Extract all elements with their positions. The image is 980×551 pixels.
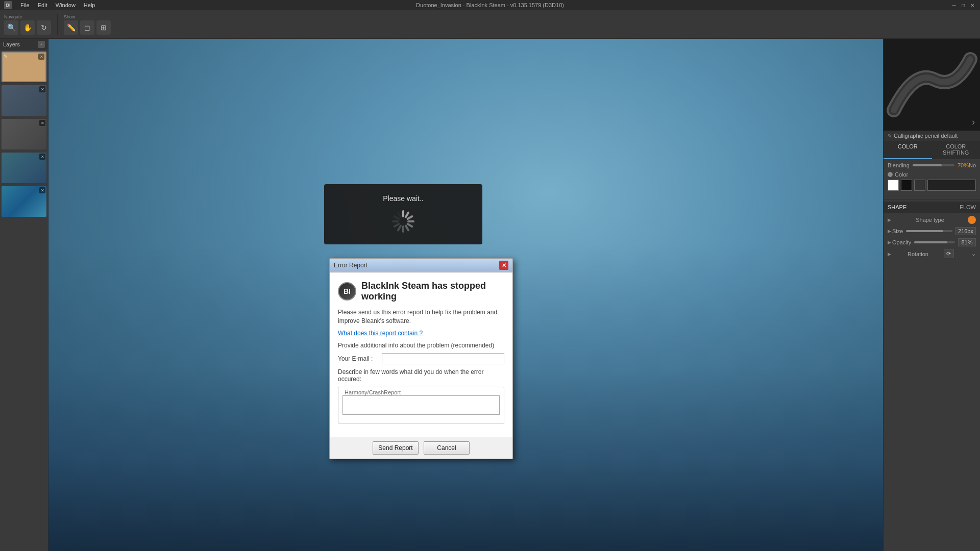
- layer-item-5[interactable]: ✕: [2, 186, 46, 217]
- white-swatch[interactable]: [888, 180, 899, 191]
- color-radio-row: Color: [888, 171, 976, 178]
- blending-value: 70%: [958, 162, 969, 168]
- layer-close-1[interactable]: ✕: [38, 54, 44, 60]
- menu-window[interactable]: Window: [56, 2, 76, 8]
- layer-item-2[interactable]: ✕: [2, 85, 46, 116]
- shape-type-icon[interactable]: [968, 216, 976, 224]
- menu-edit[interactable]: Edit: [38, 2, 47, 8]
- email-field-row: Your E-mail :: [338, 353, 504, 364]
- size-slider[interactable]: [906, 230, 952, 232]
- shape-flow-tabs: SHAPE FLOW: [884, 202, 980, 213]
- description-label: Describe in few words what did you do wh…: [338, 368, 504, 383]
- size-row: ▶ Size 216px: [888, 227, 976, 235]
- toolbar-separator-1: [57, 14, 58, 35]
- layer-edit-icon: ✎: [4, 54, 8, 59]
- please-wait-text: Please wait..: [383, 194, 423, 203]
- layers-icon[interactable]: ⊞: [96, 20, 111, 35]
- color-swatch-row: [888, 180, 976, 191]
- main-layout: Layers + ✎ ✕ ✕ ✕ ✕ ✕ Please wait..: [0, 39, 980, 551]
- brush-preview: ›: [884, 39, 980, 131]
- shape-type-label: Shape type: [916, 217, 944, 223]
- rotation-expand[interactable]: ⌄: [971, 251, 976, 257]
- dialog-title: Error Report: [334, 262, 368, 269]
- layer-close-5[interactable]: ✕: [39, 187, 45, 193]
- menu-file[interactable]: File: [20, 2, 30, 8]
- dialog-header-row: BI BlackInk Steam has stopped working: [338, 281, 504, 302]
- dark-swatch[interactable]: [914, 180, 925, 191]
- color-section: Blending 70% No Color: [884, 159, 980, 197]
- maximize-button[interactable]: □: [960, 2, 967, 9]
- brush-name: Calligraphic pencil default: [894, 133, 958, 139]
- blending-slider[interactable]: [913, 164, 954, 166]
- minimize-button[interactable]: ─: [950, 2, 958, 9]
- layer-close-3[interactable]: ✕: [39, 120, 45, 126]
- black-swatch[interactable]: [901, 180, 912, 191]
- layers-header: Layers +: [0, 39, 48, 50]
- spinner-spoke-1: [402, 210, 404, 217]
- layer-item-3[interactable]: ✕: [2, 119, 46, 149]
- menu-help[interactable]: Help: [84, 2, 95, 8]
- rotation-icon[interactable]: ⟳: [944, 249, 954, 258]
- opacity-arrow: ▶: [888, 240, 891, 245]
- toolbar: Navigate 🔍 ✋ ↻ Show ✏️ ◻ ⊞: [0, 10, 980, 39]
- shape-type-arrow: ▶: [888, 217, 891, 222]
- shape-type-row: ▶ Shape type: [888, 216, 976, 224]
- rotate-icon[interactable]: ↻: [37, 20, 51, 35]
- show-icons: ✏️ ◻ ⊞: [64, 20, 111, 35]
- rotation-arrow: ▶: [888, 252, 891, 257]
- tab-color-shifting[interactable]: COLOR SHIFTING: [932, 141, 981, 159]
- error-dialog: Error Report ✕ BI BlackInk Steam has sto…: [329, 258, 513, 459]
- app-logo: BI: [4, 1, 12, 9]
- opacity-row: ▶ Opacity 81%: [888, 238, 976, 246]
- brush-icon[interactable]: ✏️: [64, 20, 78, 35]
- dialog-main-title: BlackInk Steam has stopped working: [361, 281, 504, 302]
- right-panel: › ✎ Calligraphic pencil default COLOR CO…: [883, 39, 980, 551]
- dialog-close-button[interactable]: ✕: [499, 261, 508, 270]
- fieldset-legend: Harmony/CrashReport: [342, 389, 403, 395]
- eraser-icon[interactable]: ◻: [80, 20, 94, 35]
- spinner-spoke-7: [402, 226, 404, 233]
- navigate-label: Navigate: [4, 14, 22, 19]
- close-button[interactable]: ✕: [969, 2, 976, 9]
- layers-add-button[interactable]: +: [38, 41, 45, 48]
- brush-name-bar: ✎ Calligraphic pencil default: [884, 131, 980, 141]
- dialog-additional-label: Provide additional info about the proble…: [338, 342, 504, 349]
- spinner-spoke-4: [407, 220, 414, 222]
- email-label: Your E-mail :: [338, 355, 379, 362]
- layer-close-2[interactable]: ✕: [39, 86, 45, 92]
- dialog-app-icon: BI: [338, 282, 356, 300]
- size-value: 216px: [955, 227, 976, 235]
- opacity-label: Opacity: [892, 239, 911, 245]
- layer-item-1[interactable]: ✎ ✕: [2, 52, 46, 82]
- brush-preview-svg: [884, 39, 980, 131]
- tab-color[interactable]: COLOR: [884, 141, 932, 159]
- navigate-icons: 🔍 ✋ ↻: [4, 20, 51, 35]
- tab-flow[interactable]: FLOW: [960, 204, 976, 210]
- color-radio[interactable]: [888, 172, 893, 177]
- opacity-slider[interactable]: [914, 241, 955, 243]
- layer-item-4[interactable]: ✕: [2, 153, 46, 183]
- brush-preview-arrow[interactable]: ›: [972, 117, 975, 128]
- search-icon[interactable]: 🔍: [4, 20, 18, 35]
- cancel-button[interactable]: Cancel: [424, 441, 470, 455]
- window-title: Duotone_Invasion - BlackInk Steam - v0.1…: [416, 2, 564, 8]
- blending-label: Blending: [888, 162, 910, 168]
- description-textarea[interactable]: [342, 395, 500, 415]
- rotation-row: ▶ Rotation ⟳ ⌄: [888, 249, 976, 258]
- navigate-group: Navigate 🔍 ✋ ↻: [4, 14, 51, 35]
- move-icon[interactable]: ✋: [20, 20, 35, 35]
- blending-row: Blending 70% No: [888, 162, 976, 168]
- layer-close-4[interactable]: ✕: [39, 154, 45, 160]
- tab-shape[interactable]: SHAPE: [888, 204, 906, 210]
- opacity-value: 81%: [958, 238, 976, 246]
- rotation-label: Rotation: [908, 251, 928, 257]
- main-color-swatch[interactable]: [927, 180, 976, 191]
- crash-report-fieldset: Harmony/CrashReport: [338, 387, 504, 423]
- dialog-report-link[interactable]: What does this report contain ?: [338, 330, 504, 337]
- email-input[interactable]: [382, 353, 504, 364]
- section-divider: [884, 199, 980, 199]
- dialog-titlebar: Error Report ✕: [330, 259, 512, 272]
- shape-section: ▶ Shape type ▶ Size 216px ▶ Opacity 81%: [884, 213, 980, 264]
- size-label: Size: [892, 228, 903, 234]
- send-report-button[interactable]: Send Report: [373, 441, 419, 455]
